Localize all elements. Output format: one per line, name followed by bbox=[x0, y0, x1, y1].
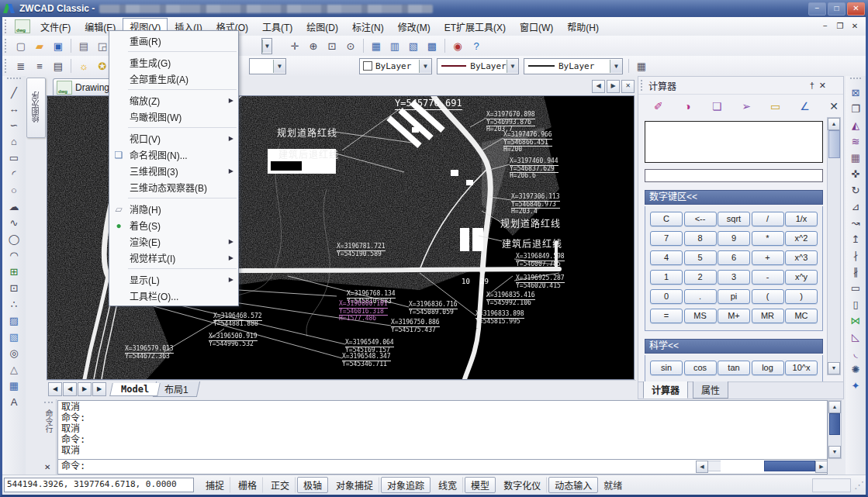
designcenter-icon[interactable]: ▦ bbox=[368, 37, 385, 54]
menu-item[interactable]: 重画(R) bbox=[109, 33, 238, 49]
erase-icon[interactable]: ⊠ bbox=[847, 85, 864, 101]
calc-key-x^2[interactable]: x^2 bbox=[785, 231, 818, 246]
trim-icon[interactable]: ▭ bbox=[847, 280, 864, 296]
ellipse-arc-icon[interactable]: ◠ bbox=[5, 247, 22, 264]
calc-key-MR[interactable]: MR bbox=[752, 309, 784, 323]
calc-key-tan[interactable]: tan bbox=[718, 361, 750, 375]
calc-key-log[interactable]: log bbox=[752, 361, 784, 375]
calc-key-MC[interactable]: MC bbox=[785, 309, 818, 323]
palette-grip[interactable] bbox=[641, 80, 645, 91]
command-vscrollbar[interactable]: ▲ ▼ bbox=[828, 400, 842, 459]
calc-key-=[interactable]: = bbox=[650, 309, 683, 323]
scroll-up-icon[interactable]: ▲ bbox=[828, 118, 840, 130]
menu-item[interactable]: 视口(V)▶ bbox=[109, 130, 238, 147]
print-icon[interactable]: ▤ bbox=[75, 37, 92, 54]
toggle-对象追踪[interactable]: 对象追踪 bbox=[381, 477, 431, 493]
layout-nav-2[interactable]: ▶ bbox=[78, 382, 92, 396]
toggle-正交[interactable]: 正交 bbox=[265, 477, 296, 493]
calc-key-/[interactable]: / bbox=[752, 212, 784, 226]
table-icon[interactable]: ▦ bbox=[5, 378, 22, 394]
calc-key-)[interactable]: ) bbox=[785, 289, 818, 304]
menu-item[interactable]: 鸟瞰视图(W) bbox=[109, 109, 238, 125]
line-icon[interactable]: ╱ bbox=[5, 85, 22, 101]
stretch-icon[interactable]: ↝ bbox=[847, 215, 864, 231]
calc-key-x^y[interactable]: x^y bbox=[785, 270, 818, 285]
doc-minimize-button[interactable]: − bbox=[819, 21, 832, 32]
toggle-对象捕捉[interactable]: 对象捕捉 bbox=[330, 477, 379, 493]
calc-key-sqrt[interactable]: sqrt bbox=[718, 212, 750, 226]
doc-close-button[interactable]: ✕ bbox=[849, 21, 861, 32]
layout-nav-0[interactable]: ◀ bbox=[48, 382, 62, 396]
scroll-thumb[interactable] bbox=[829, 413, 840, 435]
calc-key-sin[interactable]: sin bbox=[650, 361, 683, 375]
rectangle-icon[interactable]: ▭ bbox=[5, 150, 22, 166]
menu-帮助[interactable]: 帮助(H) bbox=[560, 18, 606, 36]
tab-properties[interactable]: 属性 bbox=[693, 381, 728, 399]
palette-scrollbar[interactable]: ▲ ▼ bbox=[827, 117, 841, 375]
point-icon[interactable]: ∴ bbox=[5, 296, 22, 312]
menu-item[interactable]: ●着色(S) bbox=[109, 217, 238, 233]
new-file-icon[interactable]: ▢ bbox=[12, 37, 29, 54]
menu-item[interactable]: 显示(L)▶ bbox=[109, 271, 238, 288]
scroll-right-icon[interactable]: ▶ bbox=[815, 461, 828, 473]
calc-key-*[interactable]: * bbox=[752, 231, 784, 246]
quickcalc-icon[interactable]: ▩ bbox=[424, 37, 441, 54]
toolbar-grip[interactable] bbox=[5, 39, 9, 53]
menu-item[interactable]: 三维动态观察器(B) bbox=[109, 179, 238, 195]
rotate-icon[interactable]: ↻ bbox=[847, 182, 864, 198]
calc-key-cos[interactable]: cos bbox=[684, 361, 717, 375]
calc-key-7[interactable]: 7 bbox=[650, 231, 683, 246]
dropdown-arrow-icon[interactable]: ▼ bbox=[273, 60, 285, 73]
command-close-icon[interactable]: ✕ bbox=[44, 463, 50, 471]
calc-key-9[interactable]: 9 bbox=[718, 231, 750, 246]
toolbar-grip[interactable] bbox=[7, 78, 21, 83]
find-icon[interactable]: ◉ bbox=[449, 37, 466, 54]
toggle-栅格[interactable]: 栅格 bbox=[232, 477, 263, 493]
scroll-down-icon[interactable]: ▼ bbox=[828, 446, 841, 458]
minimize-button[interactable]: − bbox=[808, 2, 826, 16]
polyline-icon[interactable]: ∽ bbox=[5, 117, 22, 133]
hatch-icon[interactable]: ▨ bbox=[5, 312, 22, 329]
calc-key-1/x[interactable]: 1/x bbox=[785, 212, 818, 226]
toggle-数字化仪[interactable]: 数字化仪 bbox=[497, 477, 547, 493]
join-icon[interactable]: ⋈ bbox=[847, 312, 864, 329]
calc-key-pi[interactable]: pi bbox=[718, 289, 750, 304]
scroll-thumb[interactable] bbox=[828, 130, 840, 158]
calc-key-8[interactable]: 8 bbox=[684, 231, 717, 246]
dropdown-arrow-icon[interactable]: ▼ bbox=[610, 60, 622, 73]
array-icon[interactable]: ▦ bbox=[847, 150, 864, 166]
toolbar-grip[interactable] bbox=[850, 78, 861, 83]
menu-item[interactable]: 缩放(Z)▶ bbox=[109, 92, 238, 109]
maximize-button[interactable]: □ bbox=[828, 2, 846, 16]
layer-states-icon[interactable]: ▤ bbox=[50, 57, 67, 74]
edit-properties-wand-icon[interactable]: ✦ bbox=[847, 378, 864, 394]
calc-key-4[interactable]: 4 bbox=[650, 250, 683, 265]
close-button[interactable]: ✕ bbox=[847, 2, 865, 16]
lineweight-combo[interactable]: ByLayer ▼ bbox=[524, 58, 623, 74]
intersection-icon[interactable]: ✕ bbox=[825, 98, 842, 115]
calc-key-3[interactable]: 3 bbox=[718, 270, 750, 285]
menu-item[interactable]: 渲染(E)▶ bbox=[109, 233, 238, 250]
polygon-icon[interactable]: ⌂ bbox=[5, 133, 22, 150]
toolpalettes-icon[interactable]: ▥ bbox=[386, 37, 403, 54]
move-icon[interactable]: ✜ bbox=[847, 166, 864, 182]
pan-icon[interactable]: ✛ bbox=[286, 37, 303, 54]
command-grip[interactable] bbox=[44, 402, 53, 407]
menu-标注[interactable]: 标注(N) bbox=[345, 18, 391, 36]
fillet-icon[interactable]: ◟ bbox=[847, 345, 864, 361]
layout-nav-3[interactable]: ▶ bbox=[92, 382, 106, 396]
explode-icon[interactable]: ✺ bbox=[847, 361, 864, 378]
spline-icon[interactable]: ∿ bbox=[5, 215, 22, 231]
numpad-header[interactable]: 数字键区<< bbox=[645, 190, 823, 205]
layer-properties-icon[interactable]: ≡ bbox=[31, 57, 48, 74]
menu-item[interactable]: 工具栏(O)... bbox=[109, 288, 238, 304]
color-combo[interactable]: ByLayer ▼ bbox=[359, 58, 432, 74]
scale-icon[interactable]: ⊿ bbox=[847, 198, 864, 215]
pin-icon[interactable]: † bbox=[810, 81, 814, 91]
clear-icon[interactable]: ✐ bbox=[650, 98, 667, 115]
scroll-up-icon[interactable]: ▲ bbox=[828, 401, 841, 413]
toggle-模型[interactable]: 模型 bbox=[465, 477, 496, 493]
calc-key-0[interactable]: 0 bbox=[650, 289, 683, 304]
lengthen-icon[interactable]: ↥ bbox=[847, 231, 864, 247]
tab-scroll-right-button[interactable]: ▶ bbox=[607, 80, 620, 93]
